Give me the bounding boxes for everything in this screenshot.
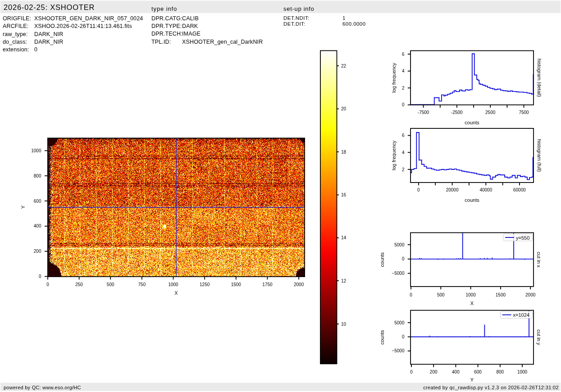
- svg-text:4: 4: [402, 68, 405, 73]
- svg-text:0: 0: [410, 292, 412, 297]
- svg-text:x=1024: x=1024: [513, 312, 529, 318]
- svg-text:histogram (detail): histogram (detail): [537, 59, 542, 97]
- svg-text:750: 750: [138, 282, 146, 287]
- svg-text:extension:: extension:: [3, 46, 29, 53]
- svg-text:raw_type:: raw_type:: [3, 31, 28, 37]
- svg-text:DPR.CATG:: DPR.CATG:: [151, 15, 182, 22]
- svg-text:1500: 1500: [231, 282, 242, 287]
- svg-text:counts: counts: [465, 197, 479, 203]
- svg-text:−5000: −5000: [392, 348, 405, 353]
- svg-text:DET.DIT:: DET.DIT:: [283, 21, 306, 27]
- svg-text:1000: 1000: [517, 369, 528, 374]
- svg-text:TPL.ID:: TPL.ID:: [151, 39, 171, 45]
- svg-text:5000: 5000: [394, 242, 405, 247]
- svg-text:400: 400: [452, 369, 460, 374]
- svg-text:400: 400: [34, 223, 41, 228]
- svg-text:250: 250: [75, 282, 83, 287]
- svg-text:XSHOOTER_gen_cal_DarkNIR: XSHOOTER_gen_cal_DarkNIR: [182, 39, 263, 45]
- svg-text:14: 14: [341, 235, 347, 240]
- svg-text:counts: counts: [379, 330, 385, 345]
- svg-text:12: 12: [341, 278, 347, 283]
- svg-text:DPR.TYPE:: DPR.TYPE:: [151, 23, 182, 29]
- svg-text:IMAGE: IMAGE: [182, 31, 201, 37]
- svg-text:X: X: [174, 290, 178, 296]
- svg-text:cut in y: cut in y: [536, 329, 542, 345]
- svg-text:10: 10: [341, 322, 347, 327]
- svg-text:22: 22: [341, 64, 347, 68]
- svg-text:20000: 20000: [446, 187, 459, 192]
- svg-text:0: 0: [410, 369, 413, 374]
- svg-text:powered by QC: www.eso.org/HC: powered by QC: www.eso.org/HC: [4, 385, 81, 390]
- svg-text:1: 1: [342, 15, 346, 21]
- svg-text:−5000: −5000: [392, 271, 405, 276]
- svg-text:6: 6: [402, 133, 405, 138]
- svg-text:0: 0: [402, 102, 405, 107]
- svg-text:2: 2: [402, 86, 405, 91]
- svg-text:-7500: -7500: [418, 110, 429, 115]
- svg-text:counts: counts: [379, 252, 385, 267]
- svg-text:y=550: y=550: [516, 235, 529, 241]
- svg-text:0: 0: [46, 282, 49, 287]
- svg-text:6: 6: [402, 52, 405, 57]
- svg-text:do_class:: do_class:: [3, 39, 27, 45]
- svg-text:2000: 2000: [525, 292, 536, 297]
- svg-text:0: 0: [34, 46, 37, 53]
- svg-text:18: 18: [341, 150, 347, 155]
- svg-text:200: 200: [430, 369, 438, 374]
- svg-text:DARK_NIR: DARK_NIR: [34, 39, 63, 45]
- svg-text:1000: 1000: [168, 282, 178, 287]
- svg-text:4: 4: [402, 150, 405, 155]
- svg-text:40000: 40000: [479, 187, 492, 192]
- svg-text:500: 500: [107, 282, 114, 287]
- svg-text:200: 200: [34, 249, 41, 254]
- svg-text:Y: Y: [20, 205, 26, 209]
- svg-text:600: 600: [34, 199, 41, 204]
- svg-text:2: 2: [402, 167, 405, 172]
- svg-text:log frequency: log frequency: [391, 140, 397, 170]
- svg-text:counts: counts: [465, 120, 479, 125]
- svg-text:histogram (full): histogram (full): [537, 139, 542, 172]
- svg-text:20: 20: [341, 106, 347, 111]
- svg-text:1500: 1500: [496, 292, 506, 297]
- svg-text:500: 500: [437, 292, 445, 297]
- svg-text:DPR.TECH:: DPR.TECH:: [151, 31, 182, 37]
- svg-text:ORIGFILE:: ORIGFILE:: [3, 15, 31, 22]
- svg-text:DARK_NIR: DARK_NIR: [34, 31, 63, 37]
- svg-text:2000: 2000: [294, 282, 304, 287]
- svg-text:set-up info: set-up info: [283, 5, 314, 12]
- svg-text:600.0000: 600.0000: [342, 21, 366, 27]
- svg-text:XSHOOTER_GEN_DARK_NIR_057_0024: XSHOOTER_GEN_DARK_NIR_057_0024: [34, 15, 143, 22]
- svg-text:16: 16: [341, 192, 347, 197]
- svg-text:0: 0: [417, 187, 420, 192]
- svg-text:0: 0: [39, 274, 41, 279]
- svg-text:1000: 1000: [465, 292, 476, 297]
- svg-text:1000: 1000: [31, 148, 41, 153]
- svg-text:X: X: [470, 301, 474, 306]
- svg-text:Y: Y: [470, 377, 474, 383]
- svg-text:60000: 60000: [513, 187, 526, 192]
- svg-text:800: 800: [34, 173, 41, 178]
- svg-text:cut in x: cut in x: [536, 252, 542, 268]
- svg-text:created by qc_rawdisp.py v1.2.: created by qc_rawdisp.py v1.2.3 on 2026-…: [423, 385, 559, 390]
- svg-text:CALIB: CALIB: [182, 15, 199, 22]
- svg-text:2026-02-25: XSHOOTER: 2026-02-25: XSHOOTER: [4, 3, 95, 11]
- svg-text:-2500: -2500: [451, 110, 463, 115]
- svg-text:log frequency: log frequency: [391, 63, 397, 93]
- svg-text:800: 800: [496, 369, 504, 374]
- svg-text:0: 0: [402, 256, 405, 261]
- svg-text:5000: 5000: [394, 320, 405, 325]
- svg-text:1750: 1750: [262, 282, 273, 287]
- svg-text:7500: 7500: [519, 110, 529, 115]
- svg-text:ARCFILE:: ARCFILE:: [3, 23, 28, 29]
- svg-text:2500: 2500: [485, 110, 496, 115]
- svg-text:XSHOO.2026-02-26T11:41:13.461.: XSHOO.2026-02-26T11:41:13.461.fits: [34, 23, 132, 29]
- svg-text:1250: 1250: [200, 282, 210, 287]
- svg-text:0: 0: [402, 334, 405, 339]
- svg-text:type info: type info: [151, 5, 177, 12]
- svg-text:600: 600: [474, 369, 482, 374]
- svg-text:DET.NDIT:: DET.NDIT:: [283, 15, 310, 21]
- svg-text:DARK: DARK: [182, 23, 198, 29]
